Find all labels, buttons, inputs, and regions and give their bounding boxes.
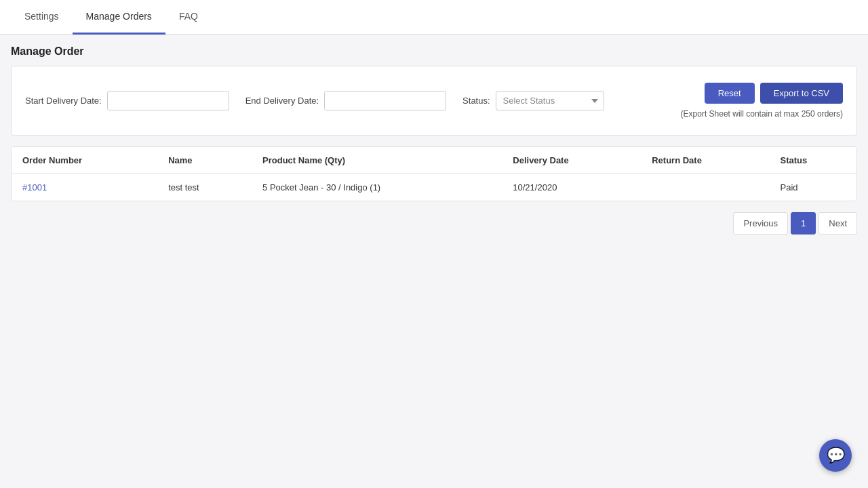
orders-table: Order Number Name Product Name (Qty) Del… — [12, 147, 856, 201]
filter-row: Start Delivery Date: End Delivery Date: … — [25, 83, 843, 119]
tab-faq[interactable]: FAQ — [165, 0, 212, 35]
next-button[interactable]: Next — [818, 212, 857, 235]
tab-manage-orders[interactable]: Manage Orders — [73, 0, 165, 35]
cell-product-name: 5 Pocket Jean - 30 / Indigo (1) — [252, 174, 502, 201]
cell-delivery-date: 10/21/2020 — [502, 174, 641, 201]
page-title: Manage Order — [11, 45, 857, 58]
cell-order-number: #1001 — [12, 174, 157, 201]
nav-tabs: Settings Manage Orders FAQ — [0, 0, 868, 35]
col-delivery-date: Delivery Date — [502, 147, 641, 174]
page-1-button[interactable]: 1 — [791, 212, 816, 235]
col-return-date: Return Date — [641, 147, 769, 174]
tab-settings[interactable]: Settings — [11, 0, 73, 35]
export-note: (Export Sheet will contain at max 250 or… — [681, 109, 843, 119]
previous-button[interactable]: Previous — [733, 212, 788, 235]
export-csv-button[interactable]: Export to CSV — [760, 83, 843, 104]
table-body: #1001 test test 5 Pocket Jean - 30 / Ind… — [12, 174, 856, 201]
col-product-name: Product Name (Qty) — [252, 147, 502, 174]
start-delivery-label: Start Delivery Date: — [25, 96, 102, 106]
col-status: Status — [769, 147, 856, 174]
end-delivery-label: End Delivery Date: — [245, 96, 319, 106]
end-delivery-group: End Delivery Date: — [245, 91, 446, 110]
cell-return-date — [641, 174, 769, 201]
page-content: Manage Order Start Delivery Date: End De… — [0, 35, 868, 256]
pagination: Previous 1 Next — [11, 201, 857, 245]
orders-table-container: Order Number Name Product Name (Qty) Del… — [11, 146, 857, 201]
end-delivery-input[interactable] — [324, 91, 446, 110]
cell-status: Paid — [769, 174, 856, 201]
status-group: Status: Select Status Paid Pending Cance… — [462, 91, 604, 110]
status-select[interactable]: Select Status Paid Pending Cancelled — [496, 91, 604, 110]
status-label: Status: — [462, 96, 490, 106]
table-header: Order Number Name Product Name (Qty) Del… — [12, 147, 856, 174]
reset-button[interactable]: Reset — [705, 83, 755, 104]
table-row: #1001 test test 5 Pocket Jean - 30 / Ind… — [12, 174, 856, 201]
filter-actions: Reset Export to CSV (Export Sheet will c… — [681, 83, 843, 119]
start-delivery-group: Start Delivery Date: — [25, 91, 229, 110]
button-row: Reset Export to CSV — [705, 83, 843, 104]
filter-card: Start Delivery Date: End Delivery Date: … — [11, 66, 857, 136]
start-delivery-input[interactable] — [107, 91, 229, 110]
col-name: Name — [157, 147, 252, 174]
cell-name: test test — [157, 174, 252, 201]
order-number-link[interactable]: #1001 — [22, 182, 47, 192]
col-order-number: Order Number — [12, 147, 157, 174]
table-header-row: Order Number Name Product Name (Qty) Del… — [12, 147, 856, 174]
